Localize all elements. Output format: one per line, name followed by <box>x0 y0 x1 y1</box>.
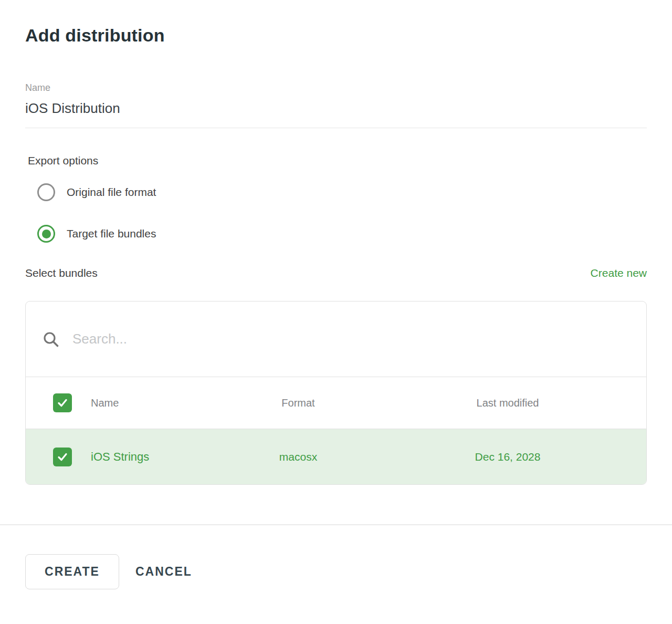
radio-label: Target file bundles <box>67 227 156 240</box>
select-bundles-header: Select bundles Create new <box>25 267 647 279</box>
bundles-panel: Name Format Last modified iOS Strings ma… <box>25 301 647 485</box>
name-field[interactable]: Name iOS Distribution <box>25 82 647 128</box>
cancel-button[interactable]: CANCEL <box>135 565 192 579</box>
name-field-value[interactable]: iOS Distribution <box>25 100 647 128</box>
dialog-actions: CREATE CANCEL <box>25 554 647 589</box>
radio-original-file-format[interactable]: Original file format <box>37 183 647 201</box>
create-button[interactable]: CREATE <box>25 554 119 589</box>
name-field-label: Name <box>25 82 647 93</box>
column-header-name: Name <box>91 397 227 409</box>
select-all-checkbox[interactable] <box>53 393 72 412</box>
radio-button-icon[interactable] <box>37 225 55 243</box>
page-title: Add distribution <box>25 25 647 46</box>
row-checkbox-cell <box>26 448 91 466</box>
checkmark-icon <box>56 397 69 409</box>
search-bar[interactable] <box>26 301 646 377</box>
column-header-last-modified: Last modified <box>369 397 646 409</box>
footer-divider <box>0 524 672 525</box>
row-name: iOS Strings <box>91 450 227 464</box>
header-checkbox-cell <box>26 393 91 412</box>
radio-target-file-bundles[interactable]: Target file bundles <box>37 225 647 243</box>
radio-button-icon[interactable] <box>37 183 55 201</box>
checkmark-icon <box>56 451 69 463</box>
export-options-label: Export options <box>28 154 647 167</box>
create-new-link[interactable]: Create new <box>591 267 647 279</box>
radio-label: Original file format <box>67 186 156 199</box>
row-last-modified: Dec 16, 2028 <box>369 451 646 463</box>
table-row[interactable]: iOS Strings macosx Dec 16, 2028 <box>26 429 646 484</box>
add-distribution-dialog: Add distribution Name iOS Distribution E… <box>0 25 672 485</box>
row-checkbox[interactable] <box>53 448 72 466</box>
column-header-format: Format <box>227 397 369 409</box>
table-header-row: Name Format Last modified <box>26 377 646 429</box>
search-icon <box>42 330 60 348</box>
select-bundles-label: Select bundles <box>25 267 98 279</box>
search-input[interactable] <box>72 331 634 347</box>
row-format: macosx <box>227 451 369 463</box>
